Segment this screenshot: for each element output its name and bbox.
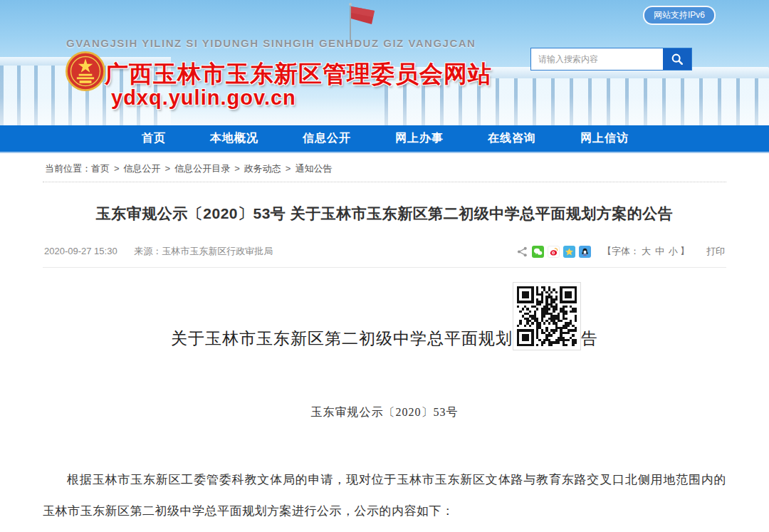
qq-icon[interactable]: [579, 246, 591, 258]
breadcrumb-item-home[interactable]: 首页: [91, 163, 110, 174]
nav-item-online-consult[interactable]: 在线咨询: [488, 131, 536, 146]
nav-item-local-overview[interactable]: 本地概况: [210, 131, 258, 146]
breadcrumb-item-notices[interactable]: 通知公告: [295, 163, 332, 174]
search-button[interactable]: [663, 48, 691, 70]
font-size-label-open: 【字体：: [602, 246, 639, 256]
site-url: ydxq.yulin.gov.cn: [111, 86, 296, 110]
breadcrumb-item-gov-news[interactable]: 政务动态: [244, 163, 281, 174]
breadcrumb-separator: >: [234, 163, 240, 174]
breadcrumb-separator: >: [114, 163, 120, 174]
breadcrumb-prefix: 当前位置：: [45, 163, 91, 174]
nav-item-online-petition[interactable]: 网上信访: [580, 131, 629, 146]
publish-date: 2020-09-27 15:30: [44, 246, 117, 256]
ipv6-support-badge[interactable]: 网站支持IPv6: [643, 6, 716, 25]
font-size-controls: 【字体：大中小】: [602, 245, 689, 258]
article-content-heading: 关于玉林市玉东新区第二初级中学总平面规划方案的公告: [43, 328, 726, 350]
font-size-medium[interactable]: 中: [655, 246, 664, 256]
article-source: 来源：玉林市玉东新区行政审批局: [134, 246, 273, 256]
share-icon[interactable]: [516, 246, 528, 258]
document-number: 玉东审规公示〔2020〕53号: [43, 405, 726, 420]
nav-item-online-services[interactable]: 网上办事: [395, 131, 444, 146]
search-input[interactable]: [531, 48, 663, 70]
weibo-icon[interactable]: [548, 246, 560, 258]
search-box: [530, 48, 692, 71]
nav-item-home[interactable]: 首页: [142, 131, 166, 146]
article-body-paragraph: 根据玉林市玉东新区工委管委科教文体局的申请，现对位于玉林市玉东新区文体路与教育东…: [43, 464, 726, 527]
breadcrumb-separator: >: [165, 163, 171, 174]
font-size-small[interactable]: 小: [669, 246, 678, 256]
search-icon: [671, 53, 684, 66]
print-button[interactable]: 打印: [706, 245, 725, 258]
article-title: 玉东审规公示〔2020〕53号 关于玉林市玉东新区第二初级中学总平面规划方案的公…: [43, 204, 726, 224]
font-size-label-close: 】: [680, 246, 689, 256]
page: 网站支持IPv6 GVANGJSIH YILINZ SI YIDUNGH SIN…: [0, 0, 769, 532]
qzone-icon[interactable]: [563, 246, 575, 258]
article-meta-row: 2020-09-27 15:30 来源：玉林市玉东新区行政审批局: [43, 245, 726, 268]
wechat-icon[interactable]: [532, 246, 544, 258]
article-meta-left: 2020-09-27 15:30 来源：玉林市玉东新区行政审批局: [44, 245, 273, 258]
breadcrumb: 当前位置：首页>信息公开>信息公开目录>政务动态>通知公告: [0, 153, 769, 182]
national-emblem-icon: [66, 51, 105, 94]
nav-item-info-disclosure[interactable]: 信息公开: [303, 131, 351, 146]
article-meta-right: 【字体：大中小】 打印: [513, 245, 725, 258]
qr-code: [513, 282, 581, 350]
breadcrumb-item-info-disclosure[interactable]: 信息公开: [124, 163, 161, 174]
zhuang-language-title: GVANGJSIH YILINZ SI YIDUNGH SINHGIH GENH…: [66, 37, 476, 49]
breadcrumb-item-info-catalog[interactable]: 信息公开目录: [174, 163, 230, 174]
font-size-large[interactable]: 大: [642, 246, 651, 256]
breadcrumb-separator: >: [286, 163, 291, 174]
breadcrumb-divider: [43, 182, 726, 182]
article: 玉东审规公示〔2020〕53号 关于玉林市玉东新区第二初级中学总平面规划方案的公…: [43, 204, 726, 527]
main-nav: 首页 本地概况 信息公开 网上办事 在线咨询 网上信访: [0, 125, 769, 153]
